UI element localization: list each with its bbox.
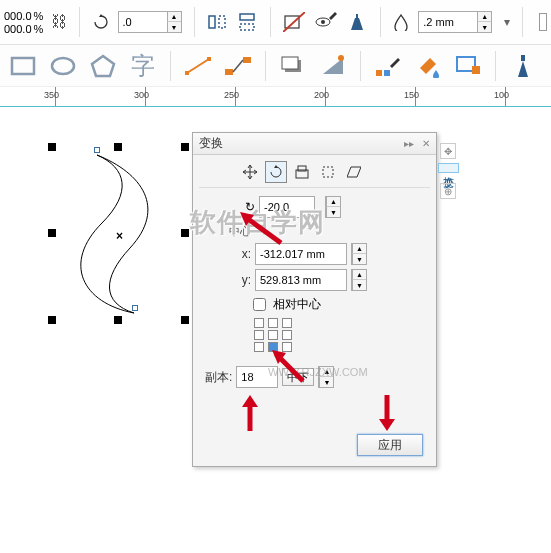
snap-off-icon[interactable] bbox=[282, 7, 306, 37]
mirror-h-icon[interactable] bbox=[206, 7, 228, 37]
connector-tool-icon[interactable] bbox=[221, 50, 255, 82]
rotation-field[interactable] bbox=[119, 16, 167, 28]
spin-up[interactable]: ▲ bbox=[477, 12, 491, 22]
copies-input[interactable] bbox=[236, 366, 278, 388]
stroke-width-input[interactable]: ▲▼ bbox=[418, 11, 492, 33]
spin-down[interactable]: ▼ bbox=[319, 377, 333, 387]
resize-handle-e[interactable] bbox=[181, 229, 189, 237]
center-x-input[interactable] bbox=[255, 243, 347, 265]
lock-icon[interactable]: ⛓ bbox=[51, 13, 67, 31]
fill-tool-icon[interactable] bbox=[411, 50, 445, 82]
svg-rect-15 bbox=[243, 57, 251, 63]
dropdown-icon[interactable]: ▾ bbox=[504, 15, 510, 29]
side-tab-transform[interactable]: 变换 bbox=[438, 163, 459, 173]
calligraphy-pen-icon[interactable] bbox=[506, 50, 540, 82]
copies-label: 副本: bbox=[205, 369, 232, 386]
shape-toolbar: 字 bbox=[0, 45, 551, 87]
spin-down[interactable]: ▼ bbox=[167, 22, 181, 32]
stroke-width-field[interactable] bbox=[419, 16, 477, 28]
center-y-field[interactable] bbox=[256, 274, 332, 286]
resize-handle-n[interactable] bbox=[114, 143, 122, 151]
spin-down[interactable]: ▼ bbox=[352, 254, 366, 264]
text-tool-icon[interactable]: 字 bbox=[126, 50, 160, 82]
svg-rect-21 bbox=[384, 70, 390, 76]
anchor-grid bbox=[254, 318, 430, 352]
outline-tool-icon[interactable] bbox=[451, 50, 485, 82]
center-section-label: 中心 bbox=[229, 224, 430, 239]
path-node[interactable] bbox=[132, 305, 138, 311]
anchor-tc[interactable] bbox=[268, 318, 278, 328]
selection-box[interactable]: × bbox=[52, 147, 185, 320]
anchor-ml[interactable] bbox=[254, 330, 264, 340]
selected-shape[interactable] bbox=[72, 153, 172, 318]
anchor-br[interactable] bbox=[282, 342, 292, 352]
svg-rect-27 bbox=[323, 167, 333, 177]
skew-mode-icon[interactable] bbox=[343, 161, 365, 183]
horizontal-ruler: 350 300 250 200 150 100 bbox=[0, 87, 551, 107]
eye-brush-icon[interactable] bbox=[314, 7, 338, 37]
position-mode-icon[interactable] bbox=[239, 161, 261, 183]
ellipse-tool-icon[interactable] bbox=[46, 50, 80, 82]
close-icon[interactable]: ✕ bbox=[422, 138, 430, 149]
center-x-field[interactable] bbox=[256, 248, 332, 260]
copies-field[interactable] bbox=[237, 371, 267, 383]
svg-rect-1 bbox=[219, 16, 225, 28]
resize-handle-w[interactable] bbox=[48, 229, 56, 237]
scale-x-value: 000.0 bbox=[4, 10, 32, 22]
anchor-mr[interactable] bbox=[282, 330, 292, 340]
docker-side-tabs: ✥ 变换 ⊕ bbox=[438, 139, 458, 203]
anchor-mc[interactable] bbox=[268, 330, 278, 340]
center-y-input[interactable] bbox=[255, 269, 347, 291]
pen-icon[interactable] bbox=[346, 7, 368, 37]
rotate-icon bbox=[92, 7, 110, 37]
svg-rect-23 bbox=[472, 66, 480, 74]
angle-field[interactable] bbox=[260, 201, 314, 213]
spin-down[interactable]: ▼ bbox=[326, 207, 340, 217]
transparency-tool-icon[interactable] bbox=[316, 50, 350, 82]
spin-up[interactable]: ▲ bbox=[319, 367, 333, 377]
anchor-tr[interactable] bbox=[282, 318, 292, 328]
fill-drop-icon[interactable] bbox=[392, 7, 410, 37]
spin-up[interactable]: ▲ bbox=[352, 270, 366, 280]
spin-up[interactable]: ▲ bbox=[167, 12, 181, 22]
resize-handle-se[interactable] bbox=[181, 316, 189, 324]
polygon-tool-icon[interactable] bbox=[86, 50, 120, 82]
canvas[interactable]: × 变换 ▸▸ ✕ ↻ bbox=[0, 107, 551, 553]
resize-handle-ne[interactable] bbox=[181, 143, 189, 151]
mid-bottom-button[interactable]: 中下 bbox=[282, 368, 314, 386]
svg-rect-8 bbox=[12, 58, 34, 74]
path-node[interactable] bbox=[94, 147, 100, 153]
rotate-mode-icon[interactable] bbox=[265, 161, 287, 183]
dimension-tool-icon[interactable] bbox=[181, 50, 215, 82]
size-mode-icon[interactable] bbox=[317, 161, 339, 183]
svg-point-7 bbox=[321, 20, 325, 24]
spin-down[interactable]: ▼ bbox=[352, 280, 366, 290]
relative-center-checkbox[interactable] bbox=[253, 298, 266, 311]
resize-handle-nw[interactable] bbox=[48, 143, 56, 151]
spin-down[interactable]: ▼ bbox=[477, 22, 491, 32]
anchor-bl[interactable] bbox=[254, 342, 264, 352]
anchor-tl[interactable] bbox=[254, 318, 264, 328]
angle-input[interactable] bbox=[259, 196, 315, 218]
svg-rect-12 bbox=[185, 71, 189, 75]
anchor-bc[interactable] bbox=[268, 342, 278, 352]
scale-mode-icon[interactable] bbox=[291, 161, 313, 183]
apply-button[interactable]: 应用 bbox=[357, 434, 423, 456]
rotation-input[interactable]: ▲▼ bbox=[118, 11, 182, 33]
svg-rect-20 bbox=[376, 70, 382, 76]
arrow-start-dropdown[interactable] bbox=[539, 13, 547, 31]
drop-shadow-icon[interactable] bbox=[276, 50, 310, 82]
docker-titlebar[interactable]: 变换 ▸▸ ✕ bbox=[193, 133, 436, 155]
mirror-v-icon[interactable] bbox=[236, 7, 258, 37]
collapse-icon[interactable]: ▸▸ bbox=[404, 138, 414, 149]
svg-rect-18 bbox=[282, 57, 298, 69]
rectangle-tool-icon[interactable] bbox=[6, 50, 40, 82]
svg-rect-4 bbox=[285, 16, 299, 28]
relative-center-label: 相对中心 bbox=[273, 296, 321, 313]
side-expand-icon[interactable]: ⊕ bbox=[440, 183, 456, 199]
spin-up[interactable]: ▲ bbox=[326, 197, 340, 207]
resize-handle-sw[interactable] bbox=[48, 316, 56, 324]
eyedropper-icon[interactable] bbox=[371, 50, 405, 82]
spin-up[interactable]: ▲ bbox=[352, 244, 366, 254]
side-move-icon[interactable]: ✥ bbox=[440, 143, 456, 159]
